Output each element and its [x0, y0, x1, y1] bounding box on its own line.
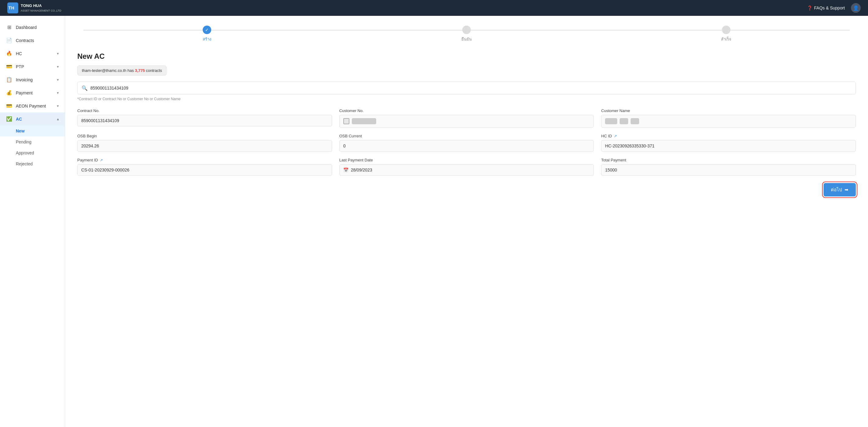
osb-current-input[interactable]: [339, 140, 594, 152]
step-confirm: ยืนยัน: [337, 26, 596, 42]
hc-id-ext-link-icon[interactable]: ↗: [614, 134, 617, 138]
button-row: ต่อไป ➡: [77, 183, 856, 196]
search-container: 🔍: [77, 82, 856, 94]
sidebar-item-label: AC: [16, 117, 22, 121]
sidebar-item-ptp[interactable]: 💳 PTP ▾: [0, 60, 65, 73]
step-label-create: สร้าง: [203, 36, 211, 42]
sidebar-item-label: HC: [16, 51, 22, 56]
contract-no-input[interactable]: [77, 115, 332, 126]
form-group-payment-id: Payment ID ↗: [77, 158, 332, 176]
sidebar-sub-item-label: Approved: [16, 150, 34, 155]
total-payment-label: Total Payment: [601, 158, 856, 162]
next-button-label: ต่อไป: [831, 186, 842, 193]
sidebar-item-aeon-payment[interactable]: 💳 AEON Payment ▾: [0, 99, 65, 112]
svg-text:TH: TH: [8, 5, 14, 10]
chevron-down-icon: ▾: [57, 78, 59, 82]
form-group-last-payment-date: Last Payment Date 📅: [339, 158, 594, 176]
sidebar-sub-item-approved[interactable]: Approved: [0, 147, 65, 159]
info-badge: tham-tester@thamc.co.th has 3,775 contra…: [77, 65, 166, 76]
user-avatar[interactable]: 👤: [851, 3, 861, 13]
hc-id-input[interactable]: [601, 140, 856, 152]
last-payment-date-input[interactable]: [348, 165, 590, 175]
sidebar-sub-item-rejected[interactable]: Rejected: [0, 159, 65, 169]
search-hint: *Contract ID or Contract No or Customer …: [77, 97, 856, 101]
total-payment-input[interactable]: [601, 164, 856, 176]
form-grid-row3: Payment ID ↗ Last Payment Date 📅 Total P…: [77, 158, 856, 176]
osb-current-label: OSB Current: [339, 134, 594, 138]
contract-no-label: Contract No.: [77, 108, 332, 113]
payment-id-label: Payment ID ↗: [77, 158, 332, 162]
question-icon: ❓: [807, 5, 812, 10]
sidebar-item-ac[interactable]: ✅ AC ▴: [0, 112, 65, 125]
hc-icon: 🔥: [6, 51, 12, 56]
search-input[interactable]: [77, 82, 856, 94]
contracts-count: 3,775: [135, 68, 145, 73]
customer-no-label: Customer No.: [339, 108, 594, 113]
customer-no-blurred: [352, 118, 376, 124]
sidebar-item-invoicing[interactable]: 📋 Invoicing ▾: [0, 73, 65, 86]
chevron-down-icon: ▾: [57, 104, 59, 108]
form-group-total-payment: Total Payment: [601, 158, 856, 176]
sidebar-sub-item-new[interactable]: New: [0, 125, 65, 137]
customer-no-field: [339, 115, 594, 127]
contracts-icon: 📄: [6, 37, 12, 43]
step-circle-create: ✓: [203, 26, 211, 34]
user-icon: 👤: [853, 5, 859, 11]
next-button[interactable]: ต่อไป ➡: [824, 183, 856, 196]
logo: TH TONG HUAASSET MANAGEMENT CO.,LTD: [7, 2, 61, 13]
step-circle-confirm: [462, 26, 471, 34]
sidebar-item-label: Contracts: [16, 38, 34, 43]
page-title: New AC: [77, 52, 856, 61]
stepper: ✓ สร้าง ยืนยัน สำเร็จ: [77, 26, 856, 42]
payment-id-ext-link-icon[interactable]: ↗: [100, 158, 103, 162]
customer-name-label: Customer Name: [601, 108, 856, 113]
faqs-support-link[interactable]: ❓ FAQs & Support: [807, 5, 845, 10]
navbar-right: ❓ FAQs & Support 👤: [807, 3, 861, 13]
sidebar-item-label: Dashboard: [16, 25, 37, 30]
form-group-customer-no: Customer No.: [339, 108, 594, 127]
payment-icon: 💰: [6, 90, 12, 96]
sidebar-item-hc[interactable]: 🔥 HC ▾: [0, 47, 65, 60]
chevron-down-icon: ▾: [57, 52, 59, 56]
form-grid-row2: OSB Begin OSB Current HC ID ↗: [77, 134, 856, 152]
payment-id-label-text: Payment ID: [77, 158, 98, 162]
payment-id-input[interactable]: [77, 164, 332, 176]
step-circle-success: [722, 26, 731, 34]
osb-begin-input[interactable]: [77, 140, 332, 152]
customer-no-checkbox: [343, 118, 349, 124]
dashboard-icon: ⊞: [6, 24, 12, 30]
form-group-osb-current: OSB Current: [339, 134, 594, 152]
form-group-hc-id: HC ID ↗: [601, 134, 856, 152]
form-group-customer-name: Customer Name: [601, 108, 856, 127]
sidebar-item-label: AEON Payment: [16, 104, 46, 108]
sidebar-item-dashboard[interactable]: ⊞ Dashboard: [0, 21, 65, 34]
sidebar: ⊞ Dashboard 📄 Contracts 🔥 HC ▾ 💳 PTP ▾ 📋…: [0, 16, 65, 427]
step-create: ✓ สร้าง: [77, 26, 337, 42]
chevron-up-icon: ▴: [57, 117, 59, 121]
ac-icon: ✅: [6, 116, 12, 122]
faqs-label: FAQs & Support: [814, 5, 845, 10]
search-icon: 🔍: [82, 85, 88, 91]
sidebar-item-contracts[interactable]: 📄 Contracts: [0, 34, 65, 47]
sidebar-item-payment[interactable]: 💰 Payment ▾: [0, 86, 65, 99]
form-group-osb-begin: OSB Begin: [77, 134, 332, 152]
ptp-icon: 💳: [6, 64, 12, 69]
sidebar-sub-item-pending[interactable]: Pending: [0, 137, 65, 147]
info-badge-text: tham-tester@thamc.co.th has: [82, 68, 135, 73]
sidebar-item-label: PTP: [16, 64, 24, 69]
chevron-down-icon: ▾: [57, 91, 59, 95]
customer-name-blurred-2: [620, 118, 628, 124]
contracts-label-text: contracts: [146, 68, 162, 73]
sidebar-sub-item-label: Rejected: [16, 162, 33, 166]
sidebar-sub-item-label: New: [16, 129, 25, 134]
logo-text: TONG HUAASSET MANAGEMENT CO.,LTD: [21, 3, 61, 12]
form-group-contract-no: Contract No.: [77, 108, 332, 127]
main-layout: ⊞ Dashboard 📄 Contracts 🔥 HC ▾ 💳 PTP ▾ 📋…: [0, 16, 868, 427]
customer-name-field: [601, 115, 856, 127]
navbar: TH TONG HUAASSET MANAGEMENT CO.,LTD ❓ FA…: [0, 0, 868, 16]
aeon-payment-icon: 💳: [6, 103, 12, 109]
customer-name-blurred-3: [630, 118, 639, 124]
form-grid-row1: Contract No. Customer No. Customer Name: [77, 108, 856, 127]
customer-name-blurred-1: [605, 118, 617, 124]
sidebar-item-label: Payment: [16, 90, 33, 95]
